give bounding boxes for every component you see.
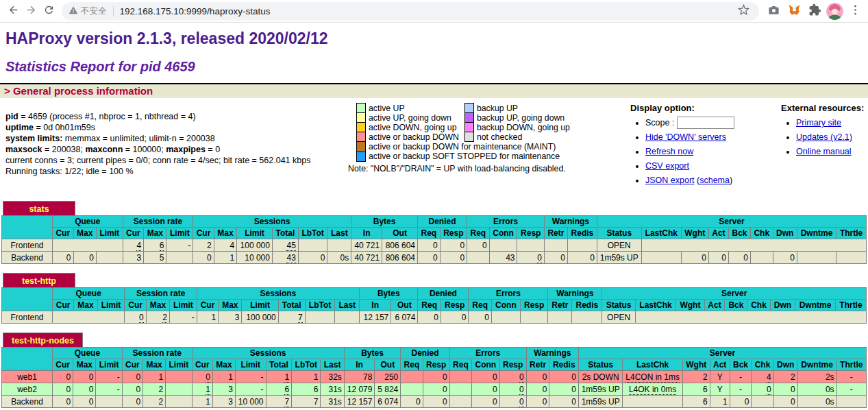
stat-cell: 0 [418,311,441,324]
column-header-last: Last [335,300,360,311]
stat-cell: 0 [441,311,469,324]
stat-cell: 2 [143,396,166,408]
column-header-dwn: Dwn [773,359,797,371]
extensions-icon [808,3,821,19]
security-chip[interactable]: 不安全 [69,5,107,17]
display-options-heading: Display option: [630,103,773,113]
column-header-in: In [351,228,382,239]
omnibox-separator [113,6,114,16]
row-label-web1[interactable]: web1 [2,371,53,383]
column-header-chk: Chk [750,228,773,239]
stat-cell: 12 079 [344,383,375,396]
csv-export-link[interactable]: CSV export [645,161,689,171]
legend-label: active or backup SOFT STOPPED for mainte… [366,152,575,161]
stat-cell: 0 [73,383,96,396]
updates-item: Updates (v2.1) [796,130,865,145]
column-header-wght: Wght [681,228,708,239]
stat-cell: - [836,383,866,396]
not-checked-swatch [464,132,473,142]
stat-cell: 78 [344,371,375,383]
hide-down-servers-link[interactable]: Hide 'DOWN' servers [645,132,726,142]
schema-link[interactable]: schema [699,176,730,185]
row-label-Frontend[interactable]: Frontend [2,311,53,324]
column-header-max: Max [219,300,242,311]
primary-site-link[interactable]: Primary site [796,118,841,128]
online-manual-link[interactable]: Online manual [796,147,852,156]
group-header-row: QueueSession rateSessionsBytesDeniedErro… [2,216,867,228]
stat-cell [491,311,520,324]
row-label-Frontend[interactable]: Frontend [2,239,53,252]
stat-cell: 2 [773,371,797,383]
stat-cell [750,252,773,264]
column-header-status: Status [597,228,641,239]
stat-cell: 0 [125,311,146,324]
refresh-now-link[interactable]: Refresh now [645,147,693,156]
column-header-limit: Limit [166,359,192,371]
column-header-retr: Retr [548,300,572,311]
stat-cell: 5 [144,252,166,264]
security-label: 不安全 [81,5,107,17]
column-group-bytes: Bytes [360,288,418,300]
column-header-cur: Cur [123,228,144,239]
hide-down-servers-item: Hide 'DOWN' servers [645,130,773,145]
proxy-table-test-http: QueueSession rateSessionsBytesDeniedErro… [1,287,867,324]
column-header-lbtot: LbTot [292,359,321,371]
column-header-dwntme: Dwntme [797,359,836,371]
row-label-Backend[interactable]: Backend [2,396,53,408]
stat-cell: 2s [797,371,836,383]
stat-cell [635,311,866,324]
corner-cell [2,288,53,311]
legend-note: Note: "NOLB"/"DRAIN" = UP with load-bala… [348,164,622,173]
screenshot-extension-button[interactable] [765,2,782,20]
column-header-max: Max [146,300,169,311]
online-manual-item: Online manual [796,145,865,159]
column-header-max: Max [73,359,96,371]
bookmark-star-button[interactable] [734,2,752,20]
column-header-cur: Cur [53,359,73,371]
column-header-act: Act [710,359,730,371]
updates-link[interactable]: Updates (v2.1) [796,132,852,142]
row-label-Backend[interactable]: Backend [2,252,53,264]
stat-cell: 1 [143,371,166,383]
column-group-bytes: Bytes [344,348,400,359]
scope-input[interactable] [677,117,734,129]
maintenance-swatch [357,142,366,152]
stat-cell: 2 [682,371,710,383]
column-header-resp: Resp [423,359,449,371]
stat-cell: 0 [467,239,490,252]
back-button[interactable] [4,2,22,20]
column-header-resp: Resp [440,228,467,239]
forward-icon [25,4,37,19]
group-header-row: QueueSession rateSessionsBytesDeniedErro… [2,288,867,300]
legend-row: active DOWN, going upbackup DOWN, going … [357,123,575,132]
backup-up-swatch [464,104,473,113]
stat-cell: 31s [321,383,344,396]
extensions-button[interactable] [806,2,823,20]
forward-button[interactable] [22,2,40,20]
proxy-title-link-test-http[interactable]: test-http [22,276,56,286]
proxy-table-stats: QueueSession rateSessionsBytesDeniedErro… [1,215,867,264]
stat-cell: 0 [773,396,797,408]
proxy-title-link-test-http-nodes[interactable]: test-http-nodes [12,336,74,346]
page-title[interactable]: HAProxy version 2.1.3, released 2020/02/… [5,29,863,48]
row-label-web2[interactable]: web2 [2,383,53,396]
column-header-total: Total [278,300,305,311]
stat-cell: 0 [53,252,74,264]
stat-cell: 0 [773,252,797,264]
column-header-lastchk: LastChk [623,359,683,371]
stat-cell: 40 721 [351,239,382,252]
stat-cell: 0 [499,383,526,396]
column-header-cur: Cur [193,228,214,239]
menu-button[interactable] [846,2,864,20]
metamask-extension-button[interactable] [785,2,803,20]
stat-cell: Y [710,383,730,396]
stat-cell: 6 [266,383,292,396]
reload-button[interactable] [40,2,58,20]
json-export-link[interactable]: JSON export [645,176,695,185]
profile-avatar[interactable] [826,3,843,20]
stat-cell: OPEN [597,239,641,252]
corner-cell [2,348,53,371]
proxy-title-link-stats[interactable]: stats [29,204,49,214]
stat-cell: 0 [549,396,579,408]
address-bar[interactable]: 不安全 192.168.175.10:9999/haproxy-status [62,2,759,21]
